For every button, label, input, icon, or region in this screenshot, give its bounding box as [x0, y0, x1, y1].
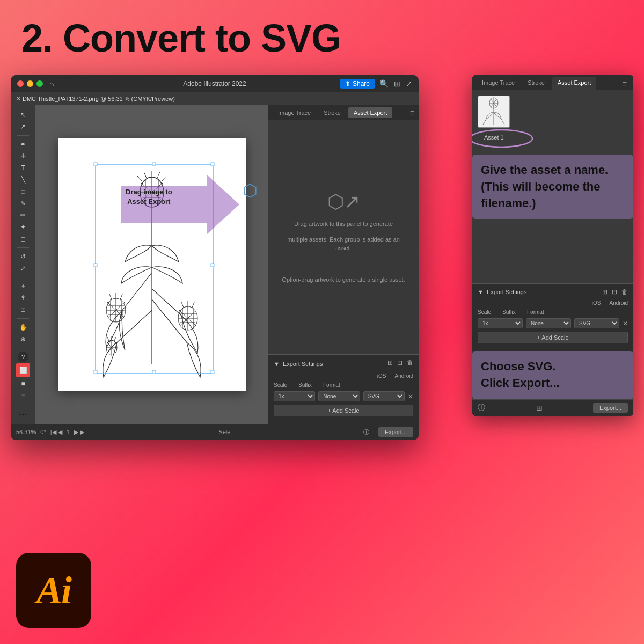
more-tools[interactable]: ⋯ — [19, 409, 27, 420]
annotation-name-box: Give the asset a name. (This will become… — [472, 155, 633, 219]
thumbnail-thistle — [479, 97, 509, 127]
tab-close-icon[interactable]: ✕ — [16, 96, 20, 101]
direct-select-tool[interactable]: ↗ — [16, 121, 30, 132]
svg-rect-59 — [211, 370, 214, 374]
svg-line-16 — [157, 172, 160, 178]
page-indicator: |◀ ◀ — [50, 429, 62, 436]
ai-logo-text: Ai — [36, 568, 71, 613]
pen-tool[interactable]: ✒ — [16, 139, 30, 150]
pencil-tool[interactable]: ✏ — [16, 210, 30, 221]
popup-ios-android: iOS Android — [478, 300, 628, 306]
export-settings: ▼ Export Settings ⊞ ⊡ 🗑 iOS Android Scal… — [268, 354, 419, 424]
maximize-button[interactable] — [36, 80, 43, 87]
popup-format-dropdown[interactable]: SVG — [574, 318, 619, 328]
tab-filename[interactable]: DMC Thistle_PAT1371-2.png @ 56.31 % (CMY… — [23, 96, 175, 102]
type-tool[interactable]: T — [16, 163, 30, 173]
thistle-drawing — [58, 138, 246, 391]
minimize-button[interactable] — [27, 80, 33, 87]
delete-row-icon[interactable]: ✕ — [408, 393, 413, 400]
zoom-level[interactable]: 56.31% — [16, 429, 36, 435]
export-button[interactable]: Export... — [378, 427, 413, 437]
shaper-tool[interactable]: ✦ — [16, 222, 30, 232]
popup-bottom-bar: ⓘ ⊞ Export... — [472, 399, 633, 416]
popup-tab-android[interactable]: Android — [610, 300, 628, 306]
popup-tabs: Image Trace Stroke Asset Export ≡ — [472, 75, 633, 90]
artboard-tool[interactable]: ⊡ — [16, 304, 30, 315]
svg-line-18 — [162, 176, 166, 181]
left-toolbar: ↖ ↗ ✒ ✛ T ╲ □ ✎ ✏ ✦ ◻ ↺ ⤢ ⌖ ↟ ⊡ ✋ ⊕ ? ⬜ … — [11, 105, 35, 424]
canvas-paper — [58, 138, 246, 391]
puppet-warp-tool[interactable]: ⌖ — [16, 281, 30, 291]
asset-name-label[interactable]: Asset 1 — [478, 133, 510, 142]
expand-icon[interactable]: ⤢ — [406, 79, 412, 88]
info-icon[interactable]: ⓘ — [363, 428, 369, 436]
select-tool[interactable]: ↖ — [16, 109, 30, 120]
status-bar: 56.31% 0° |◀ ◀ 1 ▶ ▶| Sele ⓘ Export... — [11, 424, 419, 440]
grid-icon[interactable]: ⊞ — [394, 79, 400, 88]
home-icon[interactable]: ⌂ — [49, 79, 54, 88]
hand-tool[interactable]: ✋ — [16, 322, 30, 333]
page-title: 2. Convert to SVG — [0, 0, 644, 71]
popup-trash-icon[interactable]: 🗑 — [621, 288, 628, 296]
tab-image-trace[interactable]: Image Trace — [273, 107, 316, 118]
suffix-dropdown[interactable]: None — [318, 391, 360, 401]
share-icon: ⬆ — [345, 80, 350, 87]
svg-line-17 — [137, 176, 142, 181]
close-button[interactable] — [17, 80, 24, 87]
popup-copy-icon[interactable]: ⊞ — [602, 288, 608, 296]
popup-delete-icon[interactable]: ✕ — [623, 320, 628, 327]
share-button[interactable]: ⬆ Share — [340, 79, 375, 89]
line-tool[interactable]: ╲ — [16, 174, 30, 185]
right-popup-panel: Image Trace Stroke Asset Export ≡ — [472, 75, 633, 416]
popup-tab-image-trace[interactable]: Image Trace — [477, 77, 520, 90]
popup-add-scale-button[interactable]: + Add Scale — [478, 332, 628, 343]
graph-tool[interactable]: ↟ — [16, 292, 30, 303]
svg-line-42 — [192, 302, 194, 308]
rotate-tool[interactable]: ↺ — [16, 251, 30, 262]
add-anchor-tool[interactable]: ✛ — [16, 151, 30, 162]
help-tool[interactable]: ? — [18, 352, 28, 362]
tab-stroke[interactable]: Stroke — [318, 107, 346, 118]
export-link-icon[interactable]: ⊡ — [397, 359, 402, 367]
svg-line-30 — [120, 294, 122, 299]
page-num: 1 — [67, 429, 70, 435]
eraser-tool[interactable]: ◻ — [16, 233, 30, 244]
popup-tab-ios[interactable]: iOS — [592, 300, 601, 306]
panel-menu-icon[interactable]: ≡ — [410, 108, 414, 117]
drag-hint-text1: Drag artwork to this panel to generate — [289, 219, 398, 229]
add-scale-button[interactable]: + Add Scale — [274, 405, 413, 416]
popup-tab-asset-export[interactable]: Asset Export — [552, 77, 596, 90]
tab-android[interactable]: Android — [395, 373, 413, 379]
fill-color[interactable]: ■ — [16, 378, 30, 389]
screen-mode[interactable]: ≡ — [16, 390, 30, 401]
paint-brush-tool[interactable]: ✎ — [16, 198, 30, 209]
popup-scale-dropdown[interactable]: 1x — [478, 318, 523, 328]
rect-tool[interactable]: □ — [16, 186, 30, 197]
popup-info-icon[interactable]: ⓘ — [478, 403, 485, 413]
export-trash-icon[interactable]: 🗑 — [407, 359, 413, 367]
drag-cursor-icon: ⬡ — [243, 180, 258, 201]
popup-menu-icon[interactable]: ≡ — [620, 77, 629, 90]
popup-link-icon[interactable]: ⊡ — [612, 288, 617, 296]
drag-hint-text2: multiple assets. Each group is added as … — [274, 235, 413, 253]
draw-mode[interactable]: ⬜ — [16, 363, 30, 377]
popup-export-button[interactable]: Export... — [593, 403, 628, 413]
format-dropdown[interactable]: SVG — [363, 391, 405, 401]
svg-rect-53 — [152, 163, 156, 166]
popup-export-values: 1x None SVG ✕ — [478, 318, 628, 328]
scale-dropdown[interactable]: 1x — [274, 391, 315, 401]
tab-ios[interactable]: iOS — [377, 373, 386, 379]
popup-tab-stroke[interactable]: Stroke — [522, 77, 550, 90]
popup-grid-icon[interactable]: ⊞ — [536, 404, 543, 412]
export-copy-icon[interactable]: ⊞ — [387, 359, 393, 367]
tab-bar: ✕ DMC Thistle_PAT1371-2.png @ 56.31 % (C… — [11, 92, 419, 105]
popup-suffix-dropdown[interactable]: None — [526, 318, 571, 328]
zoom-tool[interactable]: ⊕ — [16, 334, 30, 345]
export-settings-header: ▼ Export Settings ⊞ ⊡ 🗑 — [274, 359, 413, 369]
tab-asset-export[interactable]: Asset Export — [348, 107, 392, 118]
ios-android-tabs: iOS Android — [274, 373, 413, 379]
search-icon[interactable]: 🔍 — [379, 79, 389, 88]
rotation-value[interactable]: 0° — [40, 429, 46, 435]
svg-rect-52 — [94, 163, 97, 166]
scale-tool[interactable]: ⤢ — [16, 263, 30, 274]
